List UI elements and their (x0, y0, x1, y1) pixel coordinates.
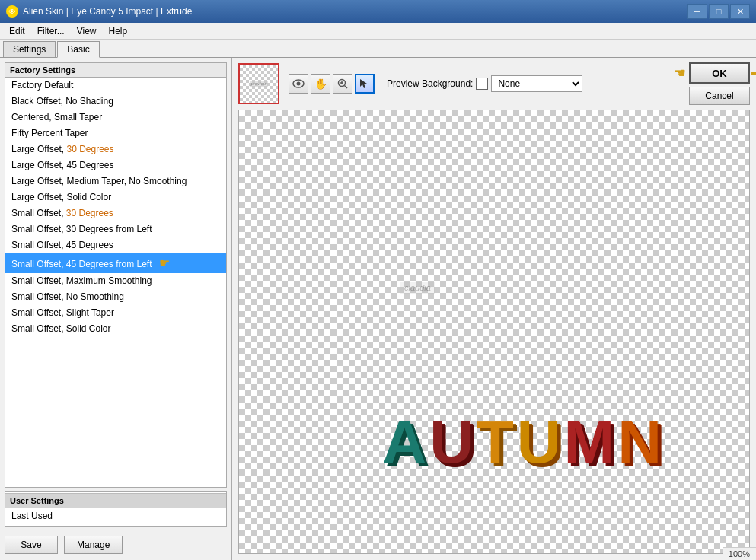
list-item-small-offset-45-from-left[interactable]: Small Offset, 45 Degrees from Left ☛ (5, 253, 226, 273)
letter-N: N (617, 407, 662, 477)
svg-point-1 (297, 82, 301, 86)
title-bar-controls: ─ □ ✕ (687, 4, 750, 19)
letter-T: T (477, 407, 514, 477)
watermark: claudia (400, 282, 435, 294)
save-button[interactable]: Save (5, 536, 58, 554)
list-item-fifty-percent-taper[interactable]: Fifty Percent Taper (5, 126, 226, 142)
list-item-large-offset-30[interactable]: Large Offset, 30 Degrees (5, 142, 226, 158)
status-bar: 100% (723, 547, 756, 560)
app-icon: 👁 (6, 5, 18, 18)
right-top-right: ☛ OK Cancel (674, 62, 750, 105)
list-item-large-offset-45[interactable]: Large Offset, 45 Degrees (5, 158, 226, 173)
tool-hand-icon[interactable]: ✋ (311, 74, 330, 94)
menu-bar: Edit Filter... View Help (0, 23, 756, 40)
list-item-small-offset-no-smoothing[interactable]: Small Offset, No Smoothing (5, 289, 226, 305)
preview-canvas: claudia A U T U M N (238, 110, 750, 554)
list-item-factory-default[interactable]: Factory Default (5, 78, 226, 94)
right-panel: preview ✋ (232, 58, 756, 560)
right-top-left: preview ✋ (238, 63, 582, 104)
preview-bg-color-swatch (476, 78, 488, 90)
letter-U2: U (517, 407, 561, 477)
window-title: Alien Skin | Eye Candy 5 Impact | Extrud… (23, 6, 192, 17)
preview-bg-label: Preview Background: (387, 78, 473, 89)
list-item-centered-small-taper[interactable]: Centered, Small Taper (5, 110, 226, 126)
manage-button[interactable]: Manage (64, 536, 123, 554)
cancel-button[interactable]: Cancel (689, 87, 750, 105)
close-button[interactable]: ✕ (730, 4, 750, 19)
title-bar: 👁 Alien Skin | Eye Candy 5 Impact | Extr… (0, 0, 756, 23)
preview-thumbnail: preview (238, 63, 279, 104)
maximize-button[interactable]: □ (709, 4, 729, 19)
main-container: Factory Settings Factory Default Black O… (0, 58, 756, 560)
list-item-small-offset-30[interactable]: Small Offset, 30 Degrees (5, 205, 226, 221)
ok-arrow-icon: ☛ (674, 65, 686, 81)
tab-basic[interactable]: Basic (57, 41, 99, 58)
list-item-small-offset-45[interactable]: Small Offset, 45 Degrees (5, 237, 226, 253)
list-item-large-offset-medium-taper[interactable]: Large Offset, Medium Taper, No Smoothing (5, 173, 226, 189)
tool-select-icon[interactable] (355, 74, 375, 94)
bottom-buttons: Save Manage (0, 530, 231, 560)
user-settings-header: User Settings (5, 493, 226, 508)
letter-A: A (382, 407, 426, 477)
minimize-button[interactable]: ─ (687, 4, 707, 19)
preview-bg-select-wrapper: None White Black Custom... (476, 75, 582, 92)
zoom-level: 100% (729, 549, 750, 558)
letter-U1: U (429, 407, 474, 477)
factory-settings-header: Factory Settings (5, 63, 226, 78)
list-item-small-offset-30-from-left[interactable]: Small Offset, 30 Degrees from Left (5, 221, 226, 237)
autumn-preview-text: A U T U M N (382, 407, 662, 477)
list-item-last-used[interactable]: Last Used (5, 508, 226, 524)
thumbnail-text: preview (250, 81, 269, 87)
tool-zoom-icon[interactable] (333, 74, 352, 94)
svg-marker-6 (360, 79, 367, 88)
toolbar-icons: ✋ (289, 74, 375, 94)
right-top-bar: preview ✋ (232, 58, 756, 110)
menu-edit[interactable]: Edit (3, 23, 31, 39)
settings-list-container: Factory Settings Factory Default Black O… (5, 62, 227, 488)
menu-help[interactable]: Help (103, 23, 134, 39)
preview-bg-select[interactable]: None White Black Custom... (491, 75, 582, 92)
left-panel: Factory Settings Factory Default Black O… (0, 58, 232, 560)
list-item-large-offset-solid-color[interactable]: Large Offset, Solid Color (5, 189, 226, 205)
list-item-small-offset-solid-color[interactable]: Small Offset, Solid Color (5, 321, 226, 337)
letter-M: M (564, 407, 615, 477)
tab-settings[interactable]: Settings (3, 41, 56, 57)
list-item-small-offset-max-smoothing[interactable]: Small Offset, Maximum Smoothing (5, 273, 226, 289)
settings-list-body[interactable]: Factory Default Black Offset, No Shading… (5, 78, 226, 487)
ok-button[interactable]: OK (689, 62, 750, 84)
tabs-bar: Settings Basic (0, 40, 756, 58)
menu-filter[interactable]: Filter... (31, 23, 71, 39)
menu-view[interactable]: View (71, 23, 103, 39)
tool-eye-icon[interactable] (289, 74, 308, 94)
list-item-black-offset-no-shading[interactable]: Black Offset, No Shading (5, 94, 226, 110)
user-settings-section: User Settings Last Used (5, 491, 227, 527)
svg-line-3 (345, 86, 348, 89)
list-item-small-offset-slight-taper[interactable]: Small Offset, Slight Taper (5, 305, 226, 321)
